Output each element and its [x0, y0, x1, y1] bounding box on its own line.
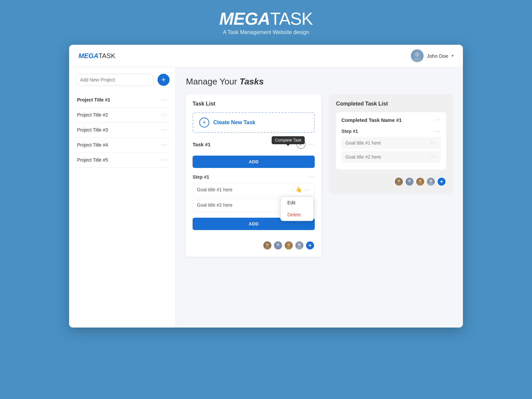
project-dots-icon[interactable]: ··· — [161, 112, 168, 118]
navbar-logo-mega: MEGA — [78, 52, 98, 59]
step-name: Step #1 — [193, 174, 209, 180]
avatar-c3 — [416, 177, 425, 186]
navbar-logo: MEGATASK — [78, 52, 115, 60]
goal-item: Goal title #1 here 👆 ··· Edit Delete — [193, 183, 315, 196]
completed-avatars-row: + — [336, 174, 446, 186]
page-title-normal: Manage Your — [186, 76, 239, 86]
cursor-icon: 👆 — [295, 186, 302, 193]
goal-text: Goal title #1 here — [197, 187, 233, 192]
avatar-1 — [263, 241, 272, 250]
task-list-title: Task List — [193, 101, 315, 107]
create-task-button[interactable]: + Cteate New Task — [193, 112, 315, 133]
logo-mega: MEGA — [219, 9, 270, 28]
completed-goal-item: Goal title #2 here ··· — [341, 151, 441, 163]
chevron-down-icon: ▾ — [452, 53, 454, 58]
step-dots-icon[interactable]: ··· — [308, 174, 315, 180]
svg-point-25 — [430, 179, 433, 182]
task-list-card: Task List + Cteate New Task Task #1 — [186, 94, 321, 257]
main-layout: + Project Title #1 ··· Project Title #2 … — [69, 67, 463, 328]
avatar-c4 — [426, 177, 436, 186]
task-actions: Complete Task ✓ ··· — [296, 140, 315, 149]
page-title-bold: Tasks — [239, 76, 264, 86]
project-item[interactable]: Project Title #1 ··· — [75, 92, 170, 108]
goal-text: Goal title #2 here — [197, 202, 233, 208]
logo-task: TASK — [270, 9, 313, 28]
project-name: Project Title #4 — [77, 142, 108, 148]
completed-task-item: Completed Task Name #1 ··· Step #1 ··· G… — [336, 112, 446, 170]
add-step-button[interactable]: ADD — [193, 156, 315, 168]
task-name: Task #1 — [193, 142, 211, 147]
project-name: Project Title #5 — [77, 157, 108, 163]
completed-task-header: Completed Task Name #1 ··· — [341, 117, 441, 123]
completed-task-card: Completed Task List Completed Task Name … — [329, 94, 453, 193]
add-avatar-button[interactable]: + — [305, 241, 315, 250]
add-project-button[interactable]: + — [158, 74, 170, 86]
completed-step-name: Step #1 — [341, 129, 358, 134]
completed-goal-text: Goal title #2 here — [345, 154, 381, 160]
svg-point-1 — [415, 52, 420, 57]
user-name: John Doe — [427, 53, 448, 59]
avatar-c1 — [394, 177, 404, 186]
completed-step-dots-icon[interactable]: ··· — [435, 128, 441, 134]
complete-task-tooltip: Complete Task — [272, 136, 305, 144]
svg-point-4 — [266, 243, 269, 246]
context-menu-delete[interactable]: Delete — [281, 209, 313, 221]
avatar-4 — [295, 241, 304, 250]
project-name: Project Title #1 — [77, 97, 110, 103]
svg-point-16 — [397, 179, 401, 182]
create-task-label: Cteate New Task — [213, 120, 255, 126]
svg-point-19 — [408, 179, 411, 182]
completed-goal-item: Goal title #1 here ··· — [341, 137, 441, 149]
add-avatar-completed-button[interactable]: + — [437, 177, 446, 186]
task-item: Task #1 Complete Task ✓ ··· — [193, 138, 315, 250]
completed-task-dots-icon[interactable]: ··· — [435, 117, 441, 123]
completed-goal-dots-icon[interactable]: ··· — [431, 140, 437, 146]
sidebar-search-row: + — [75, 74, 170, 86]
project-item[interactable]: Project Title #2 ··· — [75, 108, 170, 123]
completed-step-header: Step #1 ··· — [341, 126, 441, 137]
svg-point-7 — [277, 243, 280, 246]
step-section: Step #1 ··· Goal title #1 here 👆 ··· — [193, 171, 315, 212]
create-task-plus-icon: + — [199, 118, 209, 128]
project-dots-icon[interactable]: ··· — [161, 157, 168, 163]
navbar-logo-task: TASK — [98, 52, 115, 59]
navbar: MEGATASK John Doe ▾ — [69, 45, 463, 67]
avatar-2 — [273, 241, 283, 250]
goal-dots-icon[interactable]: ··· — [304, 187, 310, 193]
app-logo: MEGATASK — [219, 10, 313, 27]
app-tagline: A Task Management Website design — [219, 29, 313, 35]
main-window: MEGATASK John Doe ▾ + Project — [69, 45, 463, 328]
project-item[interactable]: Project Title #3 ··· — [75, 123, 170, 138]
avatar — [411, 49, 424, 62]
project-dots-icon[interactable]: ··· — [161, 97, 168, 103]
completed-goal-dots-icon[interactable]: ··· — [431, 154, 437, 160]
context-menu-edit[interactable]: Edit — [281, 197, 313, 209]
project-dots-icon[interactable]: ··· — [161, 142, 168, 148]
step-header: Step #1 ··· — [193, 171, 315, 183]
user-menu[interactable]: John Doe ▾ — [411, 49, 454, 62]
task-dots-icon[interactable]: ··· — [308, 141, 315, 147]
project-name: Project Title #3 — [77, 127, 108, 133]
avatar-3 — [284, 241, 293, 250]
completed-list-title: Completed Task List — [336, 101, 446, 107]
project-dots-icon[interactable]: ··· — [161, 127, 168, 133]
project-item[interactable]: Project Title #5 ··· — [75, 153, 170, 168]
avatars-row: + — [193, 238, 315, 250]
sidebar: + Project Title #1 ··· Project Title #2 … — [69, 67, 176, 328]
app-header: MEGATASK A Task Management Website desig… — [219, 10, 313, 35]
svg-point-22 — [419, 179, 422, 182]
search-input[interactable] — [75, 74, 154, 86]
context-menu: Edit Delete — [280, 196, 314, 221]
project-name: Project Title #2 — [77, 112, 108, 118]
project-item[interactable]: Project Title #4 ··· — [75, 138, 170, 153]
completed-goal-text: Goal title #1 here — [345, 140, 381, 146]
completed-task-name: Completed Task Name #1 — [341, 117, 402, 123]
svg-point-13 — [298, 243, 301, 246]
avatar-c2 — [405, 177, 414, 186]
main-content: Manage Your Tasks Task List + Cteate New… — [176, 67, 463, 328]
page-title: Manage Your Tasks — [186, 76, 453, 87]
task-item-header: Task #1 Complete Task ✓ ··· — [193, 138, 315, 152]
project-list: Project Title #1 ··· Project Title #2 ··… — [75, 92, 170, 168]
task-columns: Task List + Cteate New Task Task #1 — [186, 94, 453, 257]
svg-point-10 — [287, 243, 290, 246]
